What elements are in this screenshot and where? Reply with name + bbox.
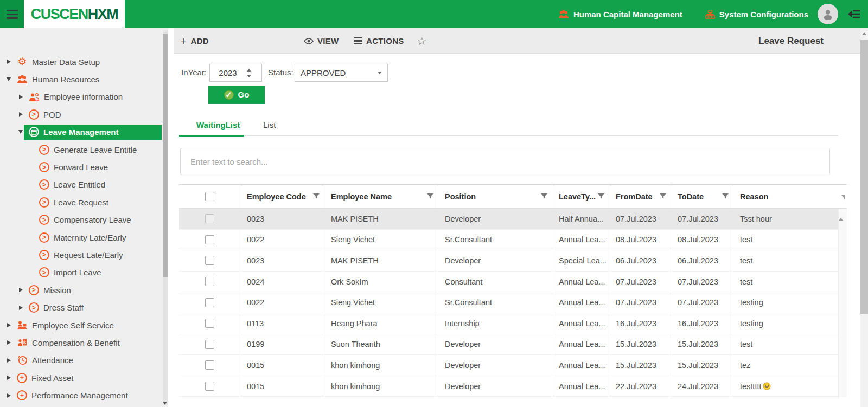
nav-system-configurations[interactable]: System Configurations [705, 10, 808, 19]
expander-icon[interactable] [5, 393, 12, 398]
sidebar-item-mission[interactable]: > Mission [0, 281, 168, 299]
filter-icon[interactable] [427, 193, 433, 199]
sidebar-item-attendance[interactable]: Attendance [0, 352, 168, 369]
row-checkbox[interactable] [205, 319, 214, 328]
table-row[interactable]: 0022 Sieng Vichet Sr.Consultant Annual L… [179, 230, 838, 251]
status-label: Status: [268, 68, 293, 77]
filter-icon[interactable] [598, 193, 604, 199]
column-header-employee-code[interactable]: Employee Code [240, 185, 324, 208]
page-scrollbar-thumb[interactable] [860, 40, 868, 314]
nav-hcm-label: Human Capital Management [573, 10, 682, 19]
sidebar-scroll-down-icon[interactable] [163, 402, 167, 405]
person-dollar-icon: $ [17, 337, 28, 348]
row-checkbox[interactable] [205, 340, 214, 349]
people-group-icon [17, 74, 28, 85]
add-button[interactable]: + ADD [180, 28, 209, 54]
sidebar-item-employee-self-service[interactable]: Employee Self Service [0, 316, 168, 334]
column-header-reason[interactable]: Reason [733, 185, 838, 208]
page-title: Leave Request [758, 28, 824, 54]
grid-scrollbar[interactable] [838, 209, 847, 397]
filter-icon[interactable] [313, 193, 320, 199]
sidebar-item-compensatory-leave[interactable]: > Compensatory Leave [0, 211, 168, 229]
sidebar-item-human-resources[interactable]: Human Resources [0, 70, 168, 88]
row-checkbox[interactable] [205, 382, 214, 391]
table-row[interactable]: 0023 MAK PISETH Developer Special Lea...… [179, 250, 838, 272]
spinner-up-icon[interactable] [247, 69, 251, 72]
table-row[interactable]: 0015 khon kimhong Developer Annual Lea..… [179, 376, 838, 397]
favorite-star-button[interactable]: ☆ [417, 28, 427, 54]
row-checkbox[interactable] [205, 360, 214, 370]
expander-icon[interactable] [17, 95, 24, 99]
expander-icon[interactable] [5, 60, 12, 64]
column-header-to-date[interactable]: ToDate [671, 185, 733, 208]
sidebar-item-pod[interactable]: > POD [0, 106, 168, 123]
filter-icon[interactable] [541, 193, 547, 199]
table-row[interactable]: 0023 MAK PISETH Developer Half Annua... … [179, 209, 838, 230]
filter-icon[interactable] [722, 193, 729, 199]
spinner-down-icon[interactable] [247, 75, 251, 77]
row-checkbox[interactable] [205, 235, 214, 244]
tab-list[interactable]: List [263, 115, 276, 134]
tab-waitinglist[interactable]: WaitingList [196, 115, 240, 134]
table-row[interactable]: 0113 Heang Phara Internship Annual Lea..… [179, 313, 838, 334]
expander-icon[interactable] [17, 130, 24, 134]
row-checkbox[interactable] [205, 214, 214, 223]
cell-employee-code: 0113 [240, 313, 324, 334]
column-header-employee-name[interactable]: Employee Name [324, 185, 438, 208]
table-row[interactable]: 0024 Ork SokIm Consultant Annual Lea... … [179, 272, 838, 293]
go-button[interactable]: ✓ Go [208, 86, 265, 104]
sidebar-item-label: Leave Entitled [54, 180, 105, 189]
cell-to-date: 08.Jul.2023 [671, 230, 733, 250]
search-input[interactable] [181, 148, 829, 175]
sidebar-item-generate-leave-entitle[interactable]: > Generate Leave Entitle [0, 141, 168, 158]
sidebar-item-leave-request[interactable]: > Leave Request [0, 193, 168, 211]
view-button[interactable]: VIEW [304, 28, 339, 54]
sidebar-item-employee-information[interactable]: Employee information [0, 88, 168, 106]
column-header-leave-type[interactable]: LeaveTy... [552, 185, 609, 208]
user-avatar-button[interactable] [818, 4, 838, 24]
expander-icon[interactable] [5, 376, 12, 380]
table-row[interactable]: 0199 Suon Thearith Developer Annual Lea.… [179, 334, 838, 356]
row-checkbox[interactable] [205, 298, 214, 307]
cell-employee-name: khon kimhong [324, 376, 438, 397]
circle-chevron-icon: > [39, 215, 49, 225]
sidebar-item-leave-entitled[interactable]: > Leave Entitled [0, 176, 168, 193]
sidebar-item-performance-management[interactable]: + Performance Management [0, 386, 168, 404]
expander-icon[interactable] [17, 288, 24, 292]
sidebar-item-compensation-benefit[interactable]: $ Compensation & Benefit [0, 334, 168, 351]
scroll-up-icon[interactable] [839, 209, 843, 221]
table-row[interactable]: 0015 khon kimhong Developer Annual Lea..… [179, 355, 838, 376]
expander-icon[interactable] [5, 77, 12, 81]
expander-icon[interactable] [5, 358, 12, 363]
table-row[interactable]: 0022 Sieng Vichet Sr.Consultant Annual L… [179, 292, 838, 313]
hamburger-menu-button[interactable] [0, 0, 24, 28]
column-header-position[interactable]: Position [438, 185, 552, 208]
expander-icon[interactable] [17, 306, 24, 310]
cell-employee-name: Sieng Vichet [324, 230, 438, 250]
nav-human-capital-management[interactable]: Human Capital Management [558, 10, 682, 19]
page-scrollbar[interactable] [860, 28, 868, 407]
sidebar-item-leave-management[interactable]: Leave Management [0, 124, 168, 141]
filter-icon[interactable] [660, 193, 666, 199]
cell-employee-code: 0023 [240, 250, 324, 271]
expander-icon[interactable] [5, 323, 12, 327]
expander-icon[interactable] [17, 112, 24, 117]
select-all-checkbox[interactable] [205, 192, 214, 201]
sidebar-item-import-leave[interactable]: > Import Leave [0, 264, 168, 281]
sidebar-item-maternity-late-early[interactable]: > Maternity Late/Early [0, 229, 168, 246]
status-select[interactable]: APPROVED [295, 64, 388, 82]
actions-button[interactable]: ACTIONS [354, 28, 404, 54]
sidebar-item-fixed-asset[interactable]: + Fixed Asset [0, 369, 168, 386]
sidebar-item-master-data-setup[interactable]: ⚙ Master Data Setup [0, 53, 168, 70]
sidebar-scrollbar-thumb[interactable] [163, 34, 168, 277]
sidebar-item-request-late-early[interactable]: > Request Late/Early [0, 246, 168, 263]
scroll-up-icon[interactable] [862, 32, 866, 35]
collapse-panel-button[interactable] [846, 9, 861, 22]
row-checkbox[interactable] [205, 256, 214, 265]
expander-icon[interactable] [5, 340, 12, 345]
column-header-from-date[interactable]: FromDate [609, 185, 671, 208]
row-checkbox[interactable] [205, 277, 214, 286]
sidebar-item-forward-leave[interactable]: > Forward Leave [0, 158, 168, 176]
in-year-input[interactable] [210, 68, 246, 77]
sidebar-item-dress-staff[interactable]: > Dress Staff [0, 299, 168, 316]
